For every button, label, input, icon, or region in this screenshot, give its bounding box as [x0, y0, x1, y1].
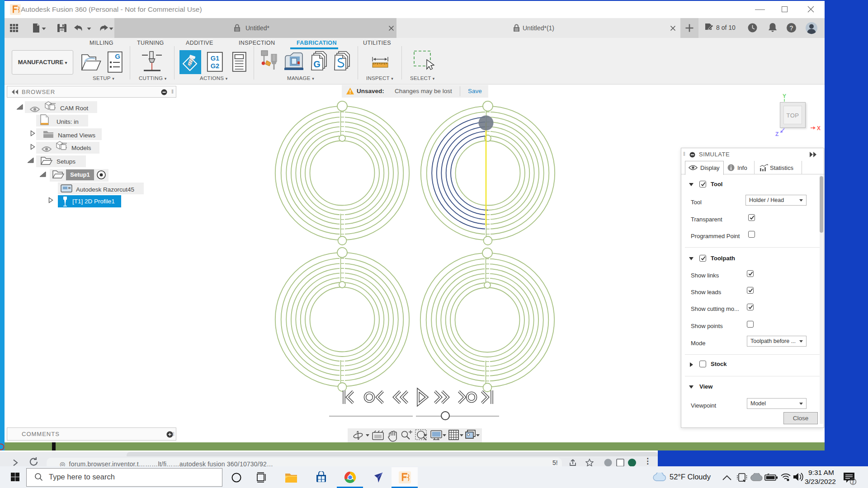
svg-text:X: X [817, 125, 821, 131]
svg-text:Y: Y [783, 93, 786, 99]
svg-text:?: ? [789, 24, 793, 32]
svg-text:G2: G2 [211, 62, 219, 70]
svg-text:G1: G1 [211, 55, 219, 62]
svg-text:G: G [115, 52, 120, 60]
svg-text:Z: Z [775, 131, 778, 137]
svg-text:G: G [313, 59, 321, 69]
svg-text:2: 2 [852, 479, 854, 484]
